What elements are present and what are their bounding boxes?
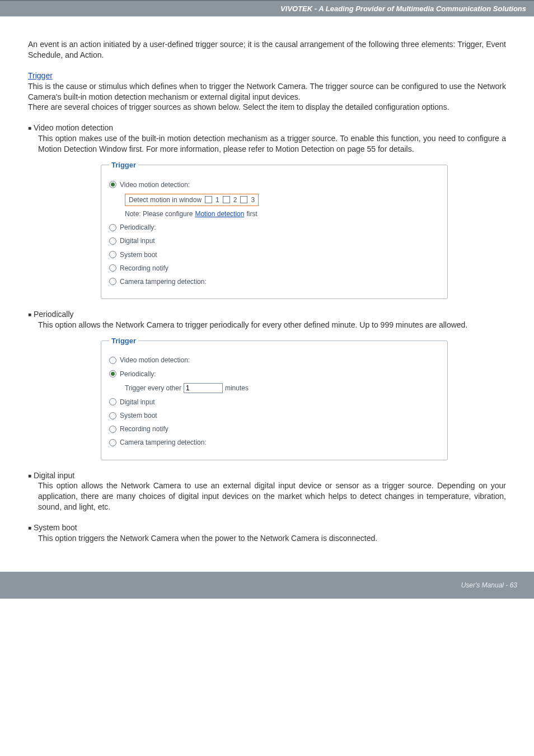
bullet-digital: ■ Digital input <box>28 470 506 481</box>
motion-detection-link[interactable]: Motion detection <box>195 209 244 218</box>
trigger-legend: Trigger <box>109 160 138 170</box>
every-prefix: Trigger every other <box>125 384 181 393</box>
bullet-digital-label: Digital input <box>34 471 74 480</box>
vmd-desc: This option makes use of the built-in mo… <box>38 133 506 155</box>
opt-sysboot-label-2: System boot <box>120 411 157 420</box>
periodically-desc: This option allows the Network Camera to… <box>38 320 506 330</box>
radio-empty-icon[interactable] <box>109 357 116 364</box>
opt-tamper-2[interactable]: Camera tampering detection: <box>109 438 439 447</box>
opt-periodically-2[interactable]: Periodically: <box>109 370 439 379</box>
detect-highlight: Detect motion in window 1 2 3 <box>125 194 259 206</box>
opt-recnotify-label-2: Recording notify <box>120 424 168 433</box>
radio-empty-icon[interactable] <box>109 264 116 272</box>
bullet-sysboot-label: System boot <box>34 523 77 532</box>
header-bar: VIVOTEK - A Leading Provider of Multimed… <box>0 0 534 17</box>
digital-desc: This option allows the Network Camera to… <box>38 480 506 512</box>
periodically-subrow: Trigger every other minutes <box>125 383 439 393</box>
header-title: VIVOTEK - A Leading Provider of Multimed… <box>280 4 526 13</box>
radio-empty-icon[interactable] <box>109 439 116 446</box>
radio-selected-icon[interactable] <box>109 370 116 377</box>
detect-label: Detect motion in window <box>129 195 202 204</box>
trigger-p1: This is the cause or stimulus which defi… <box>28 81 506 102</box>
w2-label: 2 <box>233 195 237 204</box>
every-suffix: minutes <box>225 384 249 393</box>
w3-label: 3 <box>251 195 255 204</box>
opt-vmd[interactable]: Video motion detection: <box>109 180 439 189</box>
opt-recnotify[interactable]: Recording notify <box>109 264 439 273</box>
vmd-subrow-detect: Detect motion in window 1 2 3 <box>125 194 439 206</box>
page-number: User's Manual - 63 <box>461 581 517 589</box>
opt-digital-2[interactable]: Digital input <box>109 398 439 407</box>
vmd-note: Note: Please configure Motion detection … <box>125 209 439 218</box>
opt-vmd-2[interactable]: Video motion detection: <box>109 356 439 365</box>
w1-label: 1 <box>216 195 219 204</box>
opt-sysboot-label: System boot <box>120 250 157 259</box>
bullet-vmd: ■ Video motion detection <box>28 123 506 133</box>
radio-selected-icon[interactable] <box>109 181 116 188</box>
page-content: An event is an action initiated by a use… <box>0 17 534 555</box>
bullet-icon: ■ <box>28 125 31 131</box>
radio-empty-icon[interactable] <box>109 237 116 245</box>
opt-tamper-label-2: Camera tampering detection: <box>120 438 207 447</box>
note-prefix: Note: Please configure <box>125 209 193 218</box>
note-suffix: first <box>246 209 257 218</box>
checkbox-window-2[interactable] <box>223 196 230 203</box>
opt-tamper-label: Camera tampering detection: <box>120 277 207 286</box>
trigger-fieldset-1: Trigger Video motion detection: Detect m… <box>101 160 448 299</box>
radio-empty-icon[interactable] <box>109 398 116 405</box>
trigger-heading[interactable]: Trigger <box>28 71 506 81</box>
radio-empty-icon[interactable] <box>109 251 116 258</box>
opt-digital[interactable]: Digital input <box>109 236 439 245</box>
footer-bar: User's Manual - 63 <box>0 572 534 599</box>
intro-paragraph: An event is an action initiated by a use… <box>28 39 506 60</box>
bullet-icon: ■ <box>28 473 31 479</box>
opt-digital-label: Digital input <box>120 236 155 245</box>
screenshot-trigger-periodically: Trigger Video motion detection: Periodic… <box>101 336 506 460</box>
screenshot-trigger-vmd: Trigger Video motion detection: Detect m… <box>101 160 506 299</box>
radio-empty-icon[interactable] <box>109 278 116 285</box>
radio-empty-icon[interactable] <box>109 412 116 419</box>
opt-sysboot-2[interactable]: System boot <box>109 411 439 420</box>
opt-digital-label-2: Digital input <box>120 398 155 407</box>
opt-vmd-label-2: Video motion detection: <box>120 356 190 365</box>
minutes-input[interactable] <box>184 383 223 393</box>
checkbox-window-1[interactable] <box>205 196 212 203</box>
bullet-icon: ■ <box>28 525 31 531</box>
opt-periodically-label: Periodically: <box>120 223 156 232</box>
radio-empty-icon[interactable] <box>109 426 116 433</box>
trigger-p2: There are several choices of trigger sou… <box>28 102 506 113</box>
bullet-periodically-label: Periodically <box>34 310 74 319</box>
bullet-icon: ■ <box>28 311 31 318</box>
trigger-legend-2: Trigger <box>109 336 138 346</box>
radio-empty-icon[interactable] <box>109 224 116 231</box>
checkbox-window-3[interactable] <box>240 196 247 203</box>
opt-tamper[interactable]: Camera tampering detection: <box>109 277 439 286</box>
bullet-vmd-label: Video motion detection <box>34 123 113 132</box>
opt-vmd-label: Video motion detection: <box>120 180 190 189</box>
opt-periodically-label-2: Periodically: <box>120 370 156 379</box>
bullet-sysboot: ■ System boot <box>28 522 506 533</box>
trigger-fieldset-2: Trigger Video motion detection: Periodic… <box>101 336 448 460</box>
bullet-periodically: ■ Periodically <box>28 309 506 320</box>
opt-recnotify-2[interactable]: Recording notify <box>109 424 439 433</box>
opt-periodically[interactable]: Periodically: <box>109 223 439 232</box>
sysboot-desc: This option triggers the Network Camera … <box>38 533 506 544</box>
opt-recnotify-label: Recording notify <box>120 264 168 273</box>
opt-sysboot[interactable]: System boot <box>109 250 439 259</box>
